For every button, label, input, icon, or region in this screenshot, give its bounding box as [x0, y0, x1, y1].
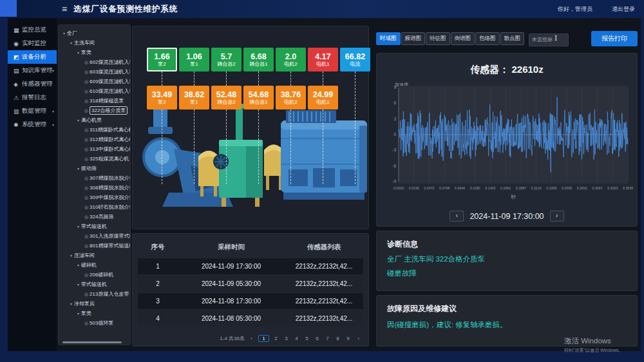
tree-node[interactable]: ▾泵类 — [59, 309, 130, 318]
page-number[interactable]: 7 — [324, 336, 331, 341]
page-number[interactable]: 4 — [293, 336, 300, 341]
tree-expand-icon[interactable]: ▾ — [77, 166, 79, 171]
table-row[interactable]: 42024-11-08 05:30:0022132z,22132t,42... — [138, 310, 363, 327]
next-date-button[interactable]: › — [550, 211, 564, 222]
tree-node[interactable]: ▾全厂 — [59, 28, 130, 38]
sidebar-item-alarm[interactable]: ⚠报警日志 — [8, 91, 57, 104]
sidebar-item-system[interactable]: ✱系统管理▾ — [8, 118, 57, 131]
tree-expand-icon[interactable]: ▾ — [77, 282, 79, 287]
print-report-button[interactable]: 报告打印 — [591, 31, 638, 46]
sidebar-item-overview[interactable]: ▦监控总览 — [8, 23, 57, 37]
hamburger-menu-icon[interactable]: ≡ — [62, 5, 67, 14]
tree-node[interactable]: ◎603煤泥压滤机入料泵 — [59, 67, 130, 77]
sidebar-item-sensor[interactable]: ◈传感器管理 — [8, 77, 57, 91]
page-number[interactable]: 2 — [272, 336, 279, 341]
tree-node[interactable]: ◎322合格介质泵 — [59, 106, 130, 115]
metric-box-泵2[interactable]: 1.66泵2 — [147, 48, 177, 71]
metric-box-耦合器1[interactable]: 6.68耦合器1 — [243, 48, 274, 71]
tree-expand-icon[interactable]: ▾ — [77, 224, 79, 229]
tree-expand-icon[interactable]: ▾ — [70, 41, 72, 45]
table-row[interactable]: 32024-11-08 17:30:0022132z,22132t,42... — [138, 293, 363, 309]
table-cell: 22132z,22132t,42... — [285, 280, 363, 287]
metric-box-耦合器2[interactable]: 52.48耦合器2 — [211, 86, 242, 110]
tree-node[interactable]: ▾振动筛 — [59, 164, 130, 173]
tree-node[interactable]: ◎801精煤带式输送机 — [59, 241, 130, 251]
tree-node[interactable]: ◎313中煤卧式离心机 — [59, 144, 130, 154]
tree-node[interactable]: ◎307精煤脱水脱介筛 — [59, 173, 130, 183]
tree-expand-icon[interactable]: ▾ — [77, 311, 79, 316]
svg-text:0: 0 — [393, 132, 396, 137]
tree-node[interactable]: ◎311精煤卧式离心机 — [59, 125, 130, 135]
indicator-input[interactable] — [529, 33, 569, 46]
tree-node[interactable]: ◎310矸石脱水脱介筛 — [59, 202, 130, 212]
tab-时域图[interactable]: 时域图 — [376, 32, 401, 45]
tree-node[interactable]: ◎213原煤入仓皮带 — [59, 289, 130, 299]
metric-box-耦合器1[interactable]: 54.68耦合器1 — [243, 86, 274, 110]
tree-expand-icon[interactable]: ▾ — [70, 253, 72, 258]
page-number[interactable]: 9 — [345, 336, 352, 341]
tree-node[interactable]: ◎609煤泥压滤机入料泵 — [59, 77, 130, 86]
tree-expand-icon[interactable]: ▾ — [77, 50, 79, 55]
tree-node[interactable]: ◎324高频筛 — [59, 212, 130, 222]
prev-date-button[interactable]: ‹ — [450, 211, 464, 222]
tree-node[interactable]: ▾带式输送机 — [59, 222, 130, 231]
metric-label: 耦合器1 — [243, 99, 274, 106]
sidebar-item-analysis[interactable]: ◩设备分析 — [8, 50, 57, 64]
page-number[interactable]: 8 — [334, 336, 341, 341]
pagination-next-icon[interactable]: › — [355, 336, 362, 341]
page-number[interactable]: 1 — [258, 335, 269, 342]
metric-box-泵2[interactable]: 33.49泵2 — [147, 86, 177, 110]
metric-box-泵1[interactable]: 38.62泵1 — [179, 86, 209, 110]
table-row[interactable]: 12024-11-09 17:30:0022132z,22132t,42... — [138, 258, 363, 274]
tree-node[interactable]: ◎309中煤脱水脱介筛 — [59, 193, 130, 202]
sidebar-item-label: 数据管理 — [22, 107, 46, 115]
metric-box-电机1[interactable]: 24.99电机1 — [308, 86, 338, 110]
sidebar-item-knowledge[interactable]: ▤知识库管理▾ — [8, 64, 57, 77]
tree-expand-icon[interactable]: ▾ — [63, 31, 65, 35]
tree-node[interactable]: ◎602煤泥压滤机入料泵 — [59, 57, 130, 67]
tree-node[interactable]: ◎503循环泵 — [59, 318, 130, 328]
page-number[interactable]: 5 — [303, 336, 310, 341]
table-row[interactable]: 22024-11-09 05:30:0022132z,22132t,42... — [138, 276, 363, 292]
tree-node[interactable]: ◎325粗煤泥离心机 — [59, 154, 130, 164]
tree-node[interactable]: ▾压滤车间 — [59, 251, 130, 260]
page-number[interactable]: 6 — [314, 336, 321, 341]
tree-expand-icon[interactable]: ▾ — [77, 263, 79, 267]
tree-node[interactable]: ▾主洗车间 — [59, 38, 130, 48]
tree-node[interactable]: ◎308精煤脱水脱介筛 — [59, 183, 130, 193]
table-cell: 2 — [138, 280, 178, 287]
sidebar-item-data[interactable]: ▥数据管理▾ — [8, 104, 57, 118]
metric-box-电机2[interactable]: 38.76电机2 — [276, 86, 306, 110]
tree-horizontal-scrollbar[interactable] — [62, 341, 122, 343]
metric-value: 52.48 — [211, 90, 242, 99]
tree-expand-icon[interactable]: ▾ — [70, 301, 72, 306]
tree-node[interactable]: ▾带式输送机 — [59, 280, 130, 289]
tab-特征图[interactable]: 特征图 — [426, 32, 450, 45]
tree-node[interactable]: ◎312精煤卧式离心机 — [59, 135, 130, 144]
tab-倒谱图[interactable]: 倒谱图 — [451, 32, 475, 45]
pagination-prev-icon[interactable]: ‹ — [248, 336, 255, 341]
tree-expand-icon[interactable]: ▾ — [77, 118, 79, 122]
tree-node[interactable]: ▾冷却泵房 — [59, 299, 130, 309]
page-number[interactable]: 3 — [283, 336, 290, 341]
tree-node[interactable]: ▾破碎机 — [59, 260, 130, 270]
tree-node[interactable]: ◎318精煤磁选泵 — [59, 96, 130, 106]
tree-node[interactable]: ▾离心机类 — [59, 115, 130, 125]
metric-box-电流[interactable]: 66.82电流 — [340, 48, 370, 71]
user-greeting: 你好，管理员 — [558, 5, 592, 14]
tab-包络图[interactable]: 包络图 — [475, 32, 500, 45]
svg-text:0.1415: 0.1415 — [485, 186, 495, 190]
metric-box-电机1[interactable]: 4.17电机1 — [308, 48, 338, 71]
metric-box-耦合器2[interactable]: 5.7耦合器2 — [211, 48, 242, 71]
tree-node[interactable]: ▾泵类 — [59, 48, 130, 57]
tab-频谱图[interactable]: 频谱图 — [401, 32, 426, 45]
metric-box-泵1[interactable]: 1.06泵1 — [179, 48, 209, 71]
tab-散点图[interactable]: 散点图 — [500, 32, 525, 45]
app-title: 选煤厂设备预测性维护系统 — [73, 4, 178, 15]
tree-node[interactable]: ◎610煤泥压滤机入料泵 — [59, 86, 130, 96]
tree-node[interactable]: ◎206破碎机 — [59, 270, 130, 280]
metric-box-电机2[interactable]: 2.0电机2 — [276, 48, 306, 71]
tree-node[interactable]: ◎301入洗原煤带式输送机 — [59, 231, 130, 241]
logout-link[interactable]: 退出登录 — [612, 5, 635, 14]
sidebar-item-monitor[interactable]: ◉实时监控 — [8, 37, 57, 50]
